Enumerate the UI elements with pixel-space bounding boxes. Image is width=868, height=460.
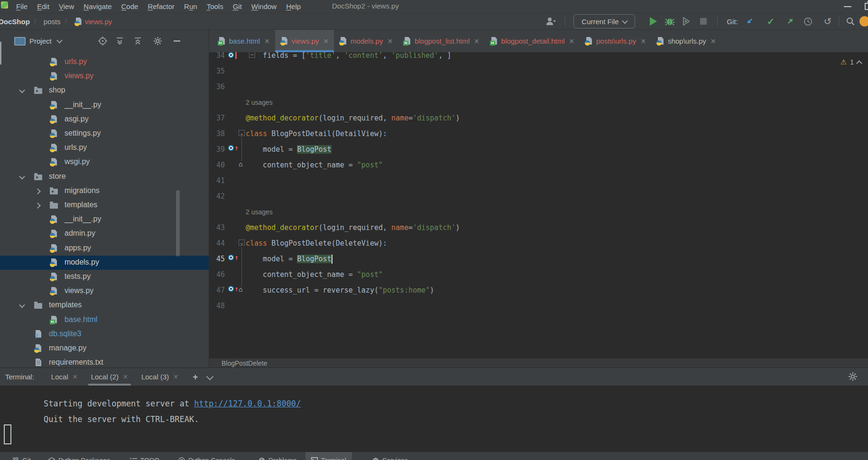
git-commit-button[interactable]: ✓ <box>764 13 778 29</box>
tree-item-settings-py[interactable]: settings.py <box>0 127 209 141</box>
menu-item-file[interactable]: File <box>11 2 32 10</box>
tree-item-views-py[interactable]: views.py <box>0 69 209 83</box>
terminal-link[interactable]: http://127.0.0.1:8000/ <box>194 399 301 408</box>
fold-region-home-icon[interactable]: ⌂ <box>239 286 245 293</box>
breadcrumb-file[interactable]: views.py <box>85 18 112 26</box>
collapse-all-button[interactable] <box>132 35 144 47</box>
menu-item-refactor[interactable]: Refactor <box>143 2 179 10</box>
code-line-34[interactable]: 34− fields = ['title', 'content', 'publi… <box>209 52 868 64</box>
tree-chevron-right-icon[interactable] <box>35 202 41 209</box>
menu-item-help[interactable]: Help <box>281 2 305 10</box>
terminal-output[interactable]: Starting development server at http://12… <box>0 386 868 452</box>
code-line-41[interactable]: 41 <box>209 173 868 189</box>
run-configuration-select[interactable]: Current File <box>573 14 635 28</box>
code-line-37[interactable]: 37@method_decorator(login_required, name… <box>209 110 868 126</box>
code-line-36[interactable]: 36 <box>209 79 868 95</box>
run-button[interactable] <box>646 13 660 29</box>
terminal-tab-local-3-[interactable]: Local (3)✕ <box>135 368 185 386</box>
bookmark-gutter-icon[interactable] <box>228 52 237 59</box>
code-line-48[interactable]: 48 <box>209 298 868 314</box>
tree-item-requirements-txt[interactable]: requirements.txt <box>0 356 209 368</box>
code-line-43[interactable]: 43@method_decorator(login_required, name… <box>209 220 868 236</box>
editor-tab-views-py[interactable]: views.py✕ <box>275 30 334 52</box>
tree-chevron-down-icon[interactable] <box>19 87 25 93</box>
editor-breadcrumb-item[interactable]: BlogPostDelete <box>222 359 268 367</box>
fold-region-home-icon[interactable]: ⌂ <box>239 161 245 167</box>
tree-item-base-html[interactable]: Hbase.html <box>0 313 209 327</box>
terminal-tab-local[interactable]: Local✕ <box>45 368 84 386</box>
tree-item-tests-py[interactable]: tests.py <box>0 270 209 284</box>
menu-item-run[interactable]: Run <box>179 2 202 10</box>
tree-item-db-sqlite3[interactable]: ?db.sqlite3 <box>0 327 209 341</box>
editor-tab-blogpost-list-html[interactable]: Hblogpost_list.html✕ <box>398 30 485 52</box>
user-account-button[interactable] <box>541 13 560 29</box>
search-everywhere-button[interactable] <box>843 13 858 29</box>
editor-tab-blogpost-detail-html[interactable]: Hblogpost_detail.html✕ <box>485 30 580 52</box>
code-line-35[interactable]: 35 <box>209 64 868 79</box>
git-push-button[interactable] <box>783 13 797 29</box>
statusbar-item-terminal[interactable]: Terminal <box>305 452 352 460</box>
tree-chevron-down-icon[interactable] <box>19 302 25 308</box>
fold-chevron-icon[interactable]: ⌄ <box>239 239 245 246</box>
code-line-40[interactable]: 40⌂ content_object_name = "post" <box>209 157 868 173</box>
project-panel-title[interactable]: Project <box>29 37 52 45</box>
close-icon[interactable]: ✕ <box>474 37 480 45</box>
statusbar-item-todo[interactable]: TODO <box>124 452 165 460</box>
git-update-button[interactable] <box>743 13 757 29</box>
override-gutter-icon[interactable]: ↑ <box>228 145 239 151</box>
history-clock-icon[interactable] <box>801 13 815 29</box>
terminal-tab-local-2-[interactable]: Local (2)✕ <box>84 368 135 386</box>
tree-chevron-down-icon[interactable] <box>19 173 25 179</box>
code-line-47[interactable]: 47↑⌂ success_url = reverse_lazy("posts:h… <box>209 283 868 298</box>
statusbar-item-services[interactable]: Services <box>367 452 414 460</box>
code-line-38[interactable]: 38⌄class BlogPostDetail(DetailView): <box>209 126 868 142</box>
run-with-coverage-button[interactable] <box>679 13 693 29</box>
code-line-45[interactable]: 45↑ model = BlogPost <box>209 251 868 267</box>
close-icon[interactable]: ✕ <box>73 373 78 380</box>
notification-icon[interactable] <box>859 16 868 27</box>
tree-item-templates[interactable]: templates <box>0 298 209 313</box>
stop-button[interactable] <box>696 13 711 29</box>
editor-tab-base-html[interactable]: Hbase.html✕ <box>212 30 275 52</box>
fold-chevron-icon[interactable]: ⌄ <box>239 130 245 136</box>
statusbar-item-python-packages[interactable]: Python Packages <box>43 452 116 460</box>
close-icon[interactable]: ✕ <box>387 37 393 45</box>
tree-item-views-py[interactable]: views.py <box>0 284 209 298</box>
tree-item-asgi-py[interactable]: asgi.py <box>0 112 209 127</box>
menu-item-tools[interactable]: Tools <box>202 2 228 10</box>
code-line-46[interactable]: 46 content_object_name = "post" <box>209 267 868 283</box>
menu-item-edit[interactable]: Edit <box>32 2 54 10</box>
tree-chevron-right-icon[interactable] <box>35 188 41 194</box>
hide-panel-button[interactable] <box>171 35 183 47</box>
close-icon[interactable]: ✕ <box>323 37 329 45</box>
editor-tab-models-py[interactable]: models.py✕ <box>334 30 398 52</box>
chevron-down-icon[interactable] <box>56 37 63 44</box>
tree-item-models-py[interactable]: models.py <box>0 256 209 270</box>
tree-item-wsgi-py[interactable]: wsgi.py <box>0 155 209 169</box>
close-icon[interactable]: ✕ <box>173 373 178 380</box>
tree-item-shop[interactable]: shop <box>0 83 209 98</box>
panel-settings-gear-icon[interactable] <box>152 35 164 47</box>
menu-item-code[interactable]: Code <box>117 2 143 10</box>
code-line-39[interactable]: 39↑ model = BlogPost <box>209 142 868 157</box>
usages-inlay-hint[interactable]: 2 usages <box>246 95 273 110</box>
close-icon[interactable]: ✕ <box>640 37 646 45</box>
tree-item--init-py[interactable]: __init__.py <box>0 98 209 112</box>
statusbar-item-git[interactable]: Git <box>7 452 37 460</box>
menu-item-view[interactable]: View <box>54 2 79 10</box>
locate-file-button[interactable] <box>97 35 109 47</box>
override-gutter-icon[interactable]: ↑ <box>228 255 239 260</box>
restore-button[interactable] <box>865 3 868 10</box>
new-terminal-button[interactable]: + <box>188 372 203 382</box>
debug-button[interactable] <box>663 13 677 29</box>
tree-item-urls-py[interactable]: urls.py <box>0 141 209 155</box>
minimize-button[interactable] <box>844 6 851 7</box>
close-icon[interactable]: ✕ <box>123 373 128 380</box>
rollback-button[interactable]: ↺ <box>821 13 835 29</box>
menu-item-navigate[interactable]: Navigate <box>79 2 116 10</box>
code-editor[interactable]: ⚠ 1 34− fields = ['title', 'content', 'p… <box>209 52 868 358</box>
breadcrumb-project[interactable]: DocShop <box>0 18 30 26</box>
close-icon[interactable]: ✕ <box>264 37 270 45</box>
close-icon[interactable]: ✕ <box>569 37 574 45</box>
menu-item-git[interactable]: Git <box>228 2 247 10</box>
